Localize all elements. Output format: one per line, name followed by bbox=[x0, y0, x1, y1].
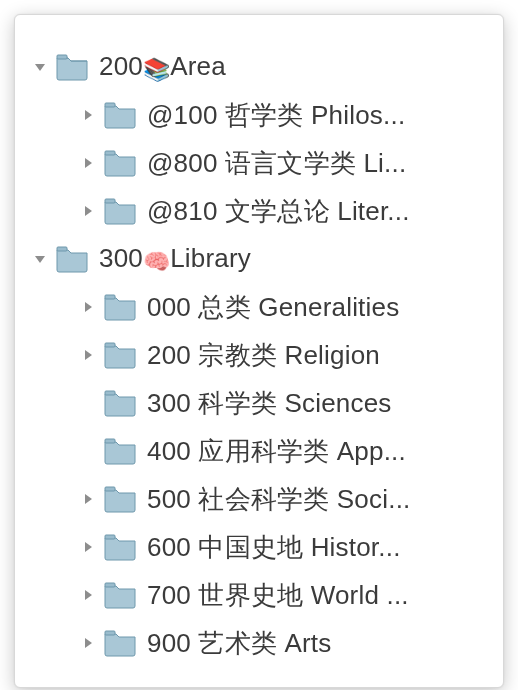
svg-rect-15 bbox=[105, 439, 115, 443]
svg-rect-3 bbox=[105, 103, 115, 107]
tree-group-header[interactable]: 200📚Area bbox=[31, 43, 483, 91]
tree-item[interactable]: 400 应用科学类 App... bbox=[31, 427, 483, 475]
tree-item-label: @810 文学总论 Liter... bbox=[147, 194, 483, 229]
disclosure-right-icon[interactable] bbox=[79, 586, 97, 604]
folder-icon bbox=[103, 292, 137, 322]
tree-item-label: 500 社会科学类 Soci... bbox=[147, 482, 483, 517]
tree-group-header[interactable]: 300🧠Library bbox=[31, 235, 483, 283]
tree-item-label: @100 哲学类 Philos... bbox=[147, 98, 483, 133]
tree-item-label: 000 总类 Generalities bbox=[147, 290, 483, 325]
svg-rect-1 bbox=[57, 55, 67, 59]
folder-icon bbox=[103, 388, 137, 418]
folder-icon bbox=[103, 484, 137, 514]
folder-icon bbox=[103, 580, 137, 610]
svg-marker-18 bbox=[85, 542, 92, 552]
svg-rect-9 bbox=[57, 247, 67, 251]
svg-marker-12 bbox=[85, 350, 92, 360]
svg-marker-2 bbox=[85, 110, 92, 120]
tree-item-label: 900 艺术类 Arts bbox=[147, 626, 483, 661]
folder-icon bbox=[103, 532, 137, 562]
svg-rect-5 bbox=[105, 151, 115, 155]
svg-marker-10 bbox=[85, 302, 92, 312]
tree-item[interactable]: 600 中国史地 Histor... bbox=[31, 523, 483, 571]
svg-rect-23 bbox=[105, 631, 115, 635]
tree-item-label: 200 宗教类 Religion bbox=[147, 338, 483, 373]
svg-rect-21 bbox=[105, 583, 115, 587]
tree-item[interactable]: 900 艺术类 Arts bbox=[31, 619, 483, 667]
disclosure-right-icon[interactable] bbox=[79, 346, 97, 364]
svg-marker-0 bbox=[35, 64, 45, 71]
books-icon: 📚 bbox=[143, 57, 170, 83]
folder-icon bbox=[55, 244, 89, 274]
tree-item-label: 600 中国史地 Histor... bbox=[147, 530, 483, 565]
folder-icon bbox=[103, 436, 137, 466]
disclosure-right-icon[interactable] bbox=[79, 538, 97, 556]
folder-icon bbox=[103, 340, 137, 370]
tree-item[interactable]: 000 总类 Generalities bbox=[31, 283, 483, 331]
folder-icon bbox=[55, 52, 89, 82]
disclosure-right-icon[interactable] bbox=[79, 298, 97, 316]
disclosure-right-icon[interactable] bbox=[79, 634, 97, 652]
brain-icon: 🧠 bbox=[143, 249, 170, 275]
tree-item[interactable]: 500 社会科学类 Soci... bbox=[31, 475, 483, 523]
folder-icon bbox=[103, 100, 137, 130]
disclosure-down-icon[interactable] bbox=[31, 58, 49, 76]
svg-rect-19 bbox=[105, 535, 115, 539]
disclosure-right-icon[interactable] bbox=[79, 154, 97, 172]
tree-item[interactable]: 700 世界史地 World ... bbox=[31, 571, 483, 619]
folder-icon bbox=[103, 196, 137, 226]
svg-rect-11 bbox=[105, 295, 115, 299]
svg-marker-20 bbox=[85, 590, 92, 600]
folder-icon bbox=[103, 628, 137, 658]
svg-rect-13 bbox=[105, 343, 115, 347]
svg-rect-7 bbox=[105, 199, 115, 203]
svg-marker-6 bbox=[85, 206, 92, 216]
disclosure-right-icon[interactable] bbox=[79, 490, 97, 508]
tree-item[interactable]: 200 宗教类 Religion bbox=[31, 331, 483, 379]
tree-item[interactable]: @810 文学总论 Liter... bbox=[31, 187, 483, 235]
tree-item[interactable]: @800 语言文学类 Li... bbox=[31, 139, 483, 187]
svg-marker-4 bbox=[85, 158, 92, 168]
svg-marker-16 bbox=[85, 494, 92, 504]
tree-item-label: 700 世界史地 World ... bbox=[147, 578, 483, 613]
svg-marker-22 bbox=[85, 638, 92, 648]
finder-sidebar-window: 200📚Area @100 哲学类 Philos... @800 语言文学类 L… bbox=[14, 14, 504, 688]
tree-item[interactable]: 300 科学类 Sciences bbox=[31, 379, 483, 427]
folder-icon bbox=[103, 148, 137, 178]
disclosure-right-icon[interactable] bbox=[79, 202, 97, 220]
tree-group-label: 200📚Area bbox=[99, 51, 483, 83]
tree-item[interactable]: @100 哲学类 Philos... bbox=[31, 91, 483, 139]
svg-rect-14 bbox=[105, 391, 115, 395]
svg-rect-17 bbox=[105, 487, 115, 491]
svg-marker-8 bbox=[35, 256, 45, 263]
tree-group-label: 300🧠Library bbox=[99, 243, 483, 275]
tree-item-label: @800 语言文学类 Li... bbox=[147, 146, 483, 181]
disclosure-down-icon[interactable] bbox=[31, 250, 49, 268]
disclosure-right-icon[interactable] bbox=[79, 106, 97, 124]
tree-item-label: 400 应用科学类 App... bbox=[147, 434, 483, 469]
tree-item-label: 300 科学类 Sciences bbox=[147, 386, 483, 421]
